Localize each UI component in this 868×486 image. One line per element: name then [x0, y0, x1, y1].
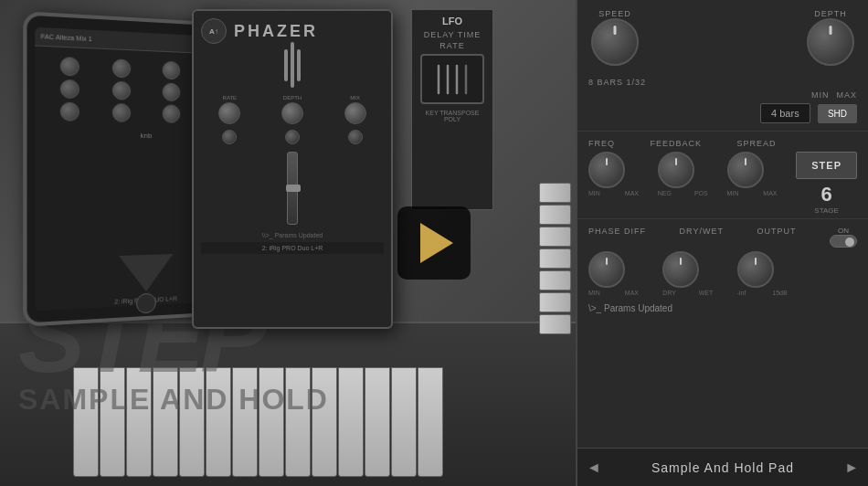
phase-min: MIN [588, 290, 600, 296]
freq-knob-group: MIN MAX [588, 152, 639, 196]
right-key [539, 270, 571, 291]
phazer-knob-xs[interactable] [285, 130, 300, 144]
freq-knob[interactable] [588, 152, 625, 188]
tablet-knob [111, 81, 130, 100]
stage-display: 6 STAGE [796, 183, 857, 215]
speed-label: SPEED [591, 9, 639, 18]
lfo-panel: LFO DELAY TIME RATE KEY TRANSPOSE POLY [411, 9, 493, 210]
phazer-knobs-row2 [201, 130, 384, 144]
knobs-phase-section: PHASE DIFF DRY/WET OUTPUT ON MIN M [577, 218, 868, 300]
freq-max: MAX [625, 190, 639, 196]
bars-row: 4 bars SHD [588, 103, 857, 123]
phazer-knob-xs[interactable] [222, 130, 237, 144]
lfo-key-transpose: KEY TRANSPOSE [418, 110, 487, 116]
phazer-preset-text: 2: iRig PRO Duo L+R [201, 242, 384, 254]
tablet-arrow-deco [119, 254, 173, 292]
on-label: ON [830, 227, 857, 235]
output-label: OUTPUT [757, 227, 796, 248]
phazer-knob-group [201, 130, 259, 144]
stage-label: STAGE [796, 206, 857, 215]
lfo-wave-display [420, 54, 484, 104]
piano-key [365, 367, 390, 477]
tablet-knob [162, 83, 179, 101]
phazer-rate-knob[interactable] [218, 102, 240, 124]
feedback-knob-group: NEG POS [658, 152, 708, 196]
spread-knob-group: MIN MAX [727, 152, 778, 196]
params-updated-text: \>_ Params Updated [577, 300, 868, 317]
lfo-poly: POLY [418, 116, 487, 122]
lfo-wave-svg [425, 61, 480, 98]
freq-label: FREQ [588, 139, 615, 148]
phazer-wave-line [284, 49, 288, 81]
stage-number: 6 [796, 183, 857, 206]
tablet-knob [59, 57, 79, 76]
phazer-header: A↑ PHAZER [201, 18, 384, 44]
next-arrow[interactable]: ► [844, 460, 859, 476]
preset-name: Sample And Hold Pad [601, 460, 844, 475]
phazer-knob-group [326, 130, 384, 144]
bars-display: 4 bars [760, 103, 810, 123]
depth-label: DEPTH [807, 9, 854, 18]
piano-key [418, 367, 443, 477]
phase-diff-label: PHASE DIFF [588, 227, 646, 248]
max-label: MAX [836, 90, 857, 100]
on-toggle[interactable] [830, 235, 857, 248]
phase-diff-knob[interactable] [588, 251, 625, 288]
feedback-label: FEEDBACK [651, 139, 703, 148]
play-button[interactable] [397, 206, 471, 280]
phase-max: MAX [625, 290, 639, 296]
phazer-depth-knob[interactable] [281, 102, 303, 124]
phazer-knob-xs[interactable] [348, 130, 363, 144]
subtitle-text: Sample And Hold [18, 386, 329, 413]
piano-key [338, 367, 364, 477]
right-key [539, 183, 571, 203]
feedback-min: NEG [658, 190, 672, 196]
phase-range: MIN MAX [588, 290, 639, 296]
output-knob[interactable] [737, 251, 774, 288]
drywet-knob[interactable] [662, 251, 699, 288]
output-range: -inf 15dB [737, 290, 788, 296]
toggle-thumb [845, 238, 854, 247]
bars-sublabel: 8 Bars 1/32 [588, 78, 857, 87]
tablet-knob [59, 79, 79, 99]
panel-top-section: SPEED DEPTH [577, 0, 868, 70]
phazer-knobs: Rate Depth Mix [201, 95, 384, 124]
lfo-delay-label: DELAY TIME [418, 30, 487, 39]
prev-arrow[interactable]: ◄ [587, 460, 601, 476]
drywet-dry: DRY [662, 290, 676, 296]
phazer-slider-container [201, 152, 384, 225]
speed-section: SPEED [591, 9, 639, 66]
phase-diff-knob-group: MIN MAX [588, 251, 639, 296]
plugin-header-text: FAC Alteza Mix 1 [41, 33, 92, 42]
tablet-knob [59, 102, 79, 122]
spread-min: MIN [727, 190, 739, 196]
phazer-slider[interactable] [287, 152, 298, 225]
right-piano-keys [539, 183, 576, 411]
speed-knob[interactable] [591, 18, 639, 66]
lfo-title: LFO [418, 16, 487, 26]
phazer-knob-group: Mix [326, 95, 384, 124]
tablet-knob [111, 103, 130, 122]
phazer-wave-line [297, 49, 301, 81]
feedback-knob[interactable] [658, 152, 694, 188]
step-button[interactable]: STEP [796, 152, 857, 179]
depth-knob[interactable] [807, 18, 854, 66]
piano-key [391, 367, 417, 477]
spread-knob[interactable] [727, 152, 764, 188]
spread-label: SPREAD [737, 139, 777, 148]
right-key [539, 227, 571, 247]
right-key [539, 248, 571, 269]
shd-button[interactable]: SHD [818, 104, 857, 123]
phazer-wave-line [291, 42, 294, 88]
tablet-knob [162, 104, 179, 122]
play-triangle-icon [420, 223, 453, 263]
phazer-slider-thumb [286, 185, 301, 192]
min-label: MIN [811, 90, 830, 100]
drywet-wet: WET [699, 290, 714, 296]
video-container: STEP Sample And Hold FAC Alteza Mix 1 [0, 0, 868, 486]
phazer-params-text: \\>_ Params Updated [201, 232, 384, 238]
feedback-max: POS [694, 190, 708, 196]
right-key [539, 292, 571, 312]
phazer-mix-knob[interactable] [344, 102, 366, 124]
phazer-logo [201, 49, 384, 88]
